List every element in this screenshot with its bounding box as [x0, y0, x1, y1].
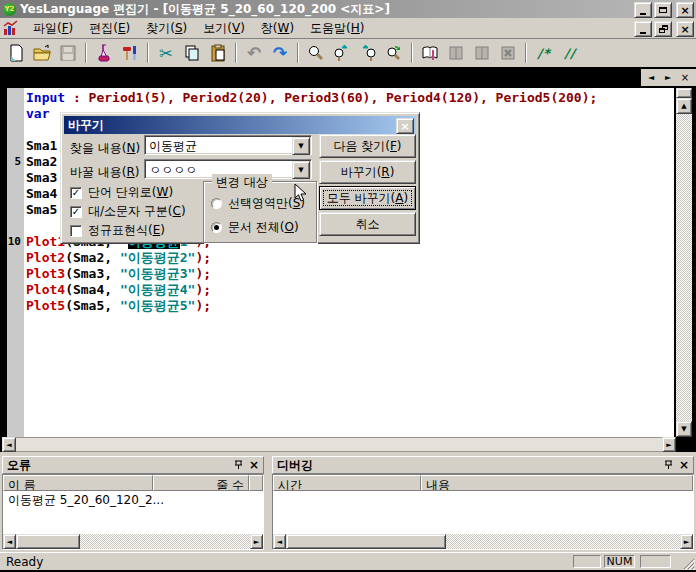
tools-button[interactable]: [117, 41, 143, 65]
scroll-right-button[interactable]: ►: [680, 534, 693, 549]
find-dropdown-button[interactable]: ▼: [292, 137, 310, 155]
mdi-restore-button[interactable]: [654, 21, 672, 37]
code-line[interactable]: Plot2(Sma2, "이동평균2");: [7, 250, 675, 266]
debug-col-content[interactable]: 내용: [421, 475, 693, 491]
replace-one-button[interactable]: 바꾸기(R): [319, 160, 416, 184]
mdi-close-icon: ×: [680, 24, 689, 35]
copy-button[interactable]: [179, 41, 205, 65]
comment-block-button[interactable]: /*: [531, 41, 557, 65]
checkbox-unchecked[interactable]: [70, 225, 82, 237]
find-next-button[interactable]: [329, 41, 355, 65]
line-number: [7, 218, 24, 234]
replace-dropdown-button[interactable]: ▼: [292, 161, 310, 179]
checkbox-checked[interactable]: ✓: [70, 187, 82, 199]
dialog-close-button[interactable]: ×: [396, 118, 414, 134]
editor-vscrollbar[interactable]: ▲ ▼: [676, 88, 692, 437]
scroll-down-button[interactable]: ▼: [676, 421, 692, 437]
toolbar-separator: [147, 43, 149, 63]
errors-col-name[interactable]: 이 름: [3, 475, 153, 491]
whole-word-option[interactable]: ✓ 단어 단위로(W): [70, 184, 173, 201]
dialog-titlebar[interactable]: 바꾸기 ×: [64, 116, 416, 134]
menu-window[interactable]: 창(W): [253, 18, 302, 39]
radio-unselected[interactable]: [211, 198, 222, 209]
scroll-thumb[interactable]: [286, 534, 446, 549]
menu-file[interactable]: 파일(F): [25, 18, 81, 39]
bookmark-prev-button[interactable]: [469, 41, 495, 65]
errors-hscrollbar[interactable]: ◄ ►: [3, 534, 263, 549]
comment-line-button[interactable]: //: [557, 41, 583, 65]
find-button[interactable]: [303, 41, 329, 65]
bookmark-clear-button[interactable]: [495, 41, 521, 65]
selection-only-option[interactable]: 선택영역만(S): [211, 195, 305, 212]
replace-with-value[interactable]: ㅇㅇㅇㅇ: [149, 162, 197, 179]
pin-icon[interactable]: [234, 460, 243, 470]
menu-help[interactable]: 도움말(H): [302, 18, 372, 39]
resize-grip[interactable]: [682, 557, 695, 570]
close-button[interactable]: ×: [676, 2, 694, 18]
find-what-combo[interactable]: 이동평균 ▼: [144, 135, 312, 155]
maximize-button[interactable]: [654, 2, 672, 18]
find-prev-button[interactable]: [355, 41, 381, 65]
radio-selected[interactable]: [211, 222, 222, 233]
replace-all-button[interactable]: 모두 바꾸기(A): [319, 186, 416, 210]
regex-option[interactable]: 정규표현식(E): [70, 222, 165, 239]
tab-scroll-left-button[interactable]: ◄: [644, 71, 658, 84]
code-line[interactable]: Plot4(Sma4, "이동평균4");: [7, 282, 675, 298]
scroll-right-button[interactable]: ►: [250, 534, 263, 549]
error-row[interactable]: 이동평균 5_20_60_120_2...: [3, 491, 263, 510]
verify-script-button[interactable]: [91, 41, 117, 65]
scroll-track[interactable]: [446, 534, 680, 549]
errors-panel-close-icon[interactable]: ×: [249, 458, 259, 472]
bottom-panel-zone: 오류 × 이 름 줄 수 이동평균 5_20_60_120_2... ◄ ►: [0, 452, 696, 552]
scope-group-label: 변경 대상: [212, 174, 272, 191]
new-file-button[interactable]: [3, 41, 29, 65]
menu-edit[interactable]: 편집(E): [81, 18, 138, 39]
scroll-left-button[interactable]: ◄: [3, 534, 16, 549]
checkbox-checked[interactable]: ✓: [70, 206, 82, 218]
open-file-button[interactable]: [29, 41, 55, 65]
help-book-button[interactable]: [417, 41, 443, 65]
vscroll-track[interactable]: [676, 114, 692, 421]
tab-close-button[interactable]: ×: [678, 71, 692, 84]
mdi-minimize-button[interactable]: [634, 21, 652, 37]
whole-document-label: 문서 전체(O): [228, 219, 299, 236]
replace-button[interactable]: [381, 41, 407, 65]
splitter-box[interactable]: [676, 88, 692, 98]
editor-hscrollbar[interactable]: [2, 437, 676, 452]
undo-button[interactable]: ↶: [241, 41, 267, 65]
code-line[interactable]: Plot5(Sma5, "이동평균5");: [7, 298, 675, 314]
menu-find[interactable]: 찾기(S): [138, 18, 195, 39]
errors-col-lines[interactable]: 줄 수: [153, 475, 249, 491]
match-case-option[interactable]: ✓ 대/소문자 구분(C): [70, 203, 186, 220]
bookmark-add-button[interactable]: [443, 41, 469, 65]
scroll-right-button[interactable]: ►: [662, 437, 676, 452]
redo-button[interactable]: ↷: [267, 41, 293, 65]
regex-label: 정규표현식(E): [88, 222, 165, 239]
chart-doc-icon[interactable]: [3, 20, 19, 36]
code-line[interactable]: Plot3(Sma3, "이동평균3");: [7, 266, 675, 282]
find-next-button[interactable]: 다음 찾기(F): [319, 134, 416, 158]
find-what-value[interactable]: 이동평균: [149, 138, 197, 155]
scroll-thumb[interactable]: [16, 534, 80, 549]
cut-button[interactable]: ✂: [153, 41, 179, 65]
scroll-track[interactable]: [80, 534, 250, 549]
code-line[interactable]: Input : Period1(5), Period2(20), Period3…: [7, 90, 675, 106]
save-button[interactable]: [55, 41, 81, 65]
scroll-left-button[interactable]: ◄: [273, 534, 286, 549]
cancel-button[interactable]: 취소: [319, 212, 416, 236]
menu-view[interactable]: 보기(V): [195, 18, 253, 39]
debug-hscrollbar[interactable]: ◄ ►: [273, 534, 693, 549]
debug-panel-close-icon[interactable]: ×: [679, 458, 689, 472]
pin-icon[interactable]: [664, 460, 673, 470]
tab-scroll-right-button[interactable]: ►: [661, 71, 675, 84]
scroll-left-button[interactable]: ◄: [2, 437, 16, 452]
mdi-close-button[interactable]: ×: [676, 21, 694, 37]
paste-button[interactable]: [205, 41, 231, 65]
scroll-up-button[interactable]: ▲: [676, 98, 692, 114]
minimize-button[interactable]: [634, 2, 652, 18]
code-token: Sma4: [26, 186, 57, 201]
title-bar[interactable]: Y2 YesLanguage 편집기 - [이동평균 5_20_60_120_2…: [0, 0, 696, 18]
line-number: [7, 122, 24, 138]
debug-col-time[interactable]: 시간: [273, 475, 421, 491]
whole-document-option[interactable]: 문서 전체(O): [211, 219, 299, 236]
